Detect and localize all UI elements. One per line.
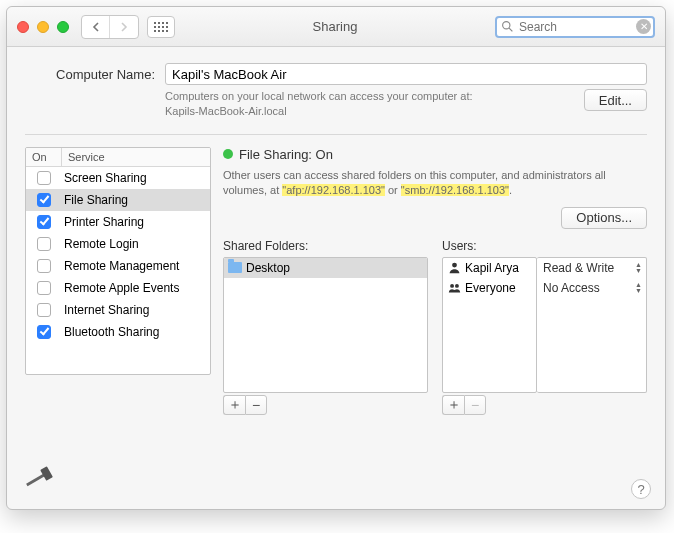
service-checkbox[interactable]: [37, 215, 51, 229]
folder-name: Desktop: [246, 261, 290, 275]
header-service: Service: [62, 148, 210, 166]
service-checkbox[interactable]: [37, 303, 51, 317]
show-all-button[interactable]: [147, 16, 175, 38]
search-wrapper: ✕: [495, 16, 655, 38]
status-description: Other users can access shared folders on…: [223, 168, 647, 199]
desc-suffix: .: [509, 184, 512, 196]
service-label: Remote Login: [62, 237, 210, 251]
computer-name-label: Computer Name:: [25, 67, 155, 82]
forward-button[interactable]: [110, 16, 138, 38]
service-label: Screen Sharing: [62, 171, 210, 185]
user-row[interactable]: Kapil Arya: [443, 258, 536, 278]
sharing-preferences-window: Sharing ✕ Computer Name: Computers on yo…: [6, 6, 666, 510]
hammer-icon: [17, 459, 55, 501]
options-button[interactable]: Options...: [561, 207, 647, 229]
folders-add-remove: ＋ −: [223, 395, 428, 415]
minimize-button[interactable]: [37, 21, 49, 33]
permission-value: No Access: [543, 281, 600, 295]
users-label: Users:: [442, 239, 647, 253]
svg-point-0: [503, 21, 510, 28]
back-button[interactable]: [82, 16, 110, 38]
header-on: On: [26, 148, 62, 166]
service-checkbox[interactable]: [37, 281, 51, 295]
remove-folder-button[interactable]: −: [245, 395, 267, 415]
clear-search-icon[interactable]: ✕: [636, 19, 651, 34]
zoom-button[interactable]: [57, 21, 69, 33]
service-row-internet-sharing[interactable]: Internet Sharing: [26, 299, 210, 321]
add-user-button[interactable]: ＋: [442, 395, 464, 415]
divider: [25, 134, 647, 135]
service-row-remote-apple-events[interactable]: Remote Apple Events: [26, 277, 210, 299]
shared-folders-panel: Shared Folders: Desktop ＋ −: [223, 239, 428, 415]
users-wrap: Kapil AryaEveryone Read & Write▲▼No Acce…: [442, 257, 647, 393]
users-panel: Users: Kapil AryaEveryone Read & Write▲▼…: [442, 239, 647, 415]
service-row-screen-sharing[interactable]: Screen Sharing: [26, 167, 210, 189]
status-title: File Sharing: On: [239, 147, 333, 162]
service-label: Remote Management: [62, 259, 210, 273]
user-name: Everyone: [465, 281, 516, 295]
hint-line2: Kapils-MacBook-Air.local: [165, 105, 287, 117]
permission-value: Read & Write: [543, 261, 614, 275]
service-checkbox[interactable]: [37, 325, 51, 339]
add-folder-button[interactable]: ＋: [223, 395, 245, 415]
user-row[interactable]: Everyone: [443, 278, 536, 298]
service-list[interactable]: On Service Screen SharingFile SharingPri…: [25, 147, 211, 375]
person-icon: [448, 261, 461, 274]
service-label: File Sharing: [62, 193, 210, 207]
search-input[interactable]: [495, 16, 655, 38]
folders-users-panels: Shared Folders: Desktop ＋ − Users: Kapil…: [223, 239, 647, 415]
svg-line-1: [509, 28, 512, 31]
service-list-header: On Service: [26, 148, 210, 167]
main-layout: On Service Screen SharingFile SharingPri…: [25, 147, 647, 415]
smb-address: "smb://192.168.1.103": [401, 184, 509, 196]
service-checkbox[interactable]: [37, 171, 51, 185]
detail-panel: File Sharing: On Other users can access …: [223, 147, 647, 415]
service-checkbox[interactable]: [37, 237, 51, 251]
users-list[interactable]: Kapil AryaEveryone: [442, 257, 537, 393]
shared-folders-list[interactable]: Desktop: [223, 257, 428, 393]
status-row: File Sharing: On: [223, 147, 647, 162]
shared-folders-label: Shared Folders:: [223, 239, 428, 253]
svg-point-2: [452, 263, 457, 268]
stepper-icon: ▲▼: [635, 262, 642, 274]
service-label: Bluetooth Sharing: [62, 325, 210, 339]
service-row-file-sharing[interactable]: File Sharing: [26, 189, 210, 211]
group-icon: [448, 281, 461, 294]
options-row: Options...: [223, 207, 647, 229]
service-checkbox[interactable]: [37, 193, 51, 207]
status-indicator-icon: [223, 149, 233, 159]
permission-selector[interactable]: No Access▲▼: [537, 278, 646, 298]
remove-user-button[interactable]: −: [464, 395, 486, 415]
chevron-left-icon: [91, 22, 101, 32]
permissions-list[interactable]: Read & Write▲▼No Access▲▼: [537, 257, 647, 393]
grid-icon: [154, 22, 168, 32]
permission-selector[interactable]: Read & Write▲▼: [537, 258, 646, 278]
content-area: Computer Name: Computers on your local n…: [7, 47, 665, 425]
service-label: Internet Sharing: [62, 303, 210, 317]
service-row-printer-sharing[interactable]: Printer Sharing: [26, 211, 210, 233]
svg-rect-6: [40, 466, 53, 480]
search-icon: [501, 20, 514, 33]
service-checkbox[interactable]: [37, 259, 51, 273]
help-button[interactable]: ?: [631, 479, 651, 499]
computer-name-hint: Computers on your local network can acce…: [165, 89, 584, 120]
afp-address: "afp://192.168.1.103": [282, 184, 385, 196]
service-row-bluetooth-sharing[interactable]: Bluetooth Sharing: [26, 321, 210, 343]
svg-point-4: [454, 284, 458, 288]
service-panel: On Service Screen SharingFile SharingPri…: [25, 147, 211, 415]
service-row-remote-management[interactable]: Remote Management: [26, 255, 210, 277]
folder-row[interactable]: Desktop: [224, 258, 427, 278]
traffic-lights: [17, 21, 69, 33]
stepper-icon: ▲▼: [635, 282, 642, 294]
close-button[interactable]: [17, 21, 29, 33]
chevron-right-icon: [119, 22, 129, 32]
edit-button[interactable]: Edit...: [584, 89, 647, 111]
users-add-remove: ＋ −: [442, 395, 647, 415]
service-row-remote-login[interactable]: Remote Login: [26, 233, 210, 255]
hint-line1: Computers on your local network can acce…: [165, 90, 473, 102]
window-title: Sharing: [175, 19, 495, 34]
service-label: Printer Sharing: [62, 215, 210, 229]
folder-icon: [228, 262, 242, 273]
computer-name-field[interactable]: [165, 63, 647, 85]
service-label: Remote Apple Events: [62, 281, 210, 295]
